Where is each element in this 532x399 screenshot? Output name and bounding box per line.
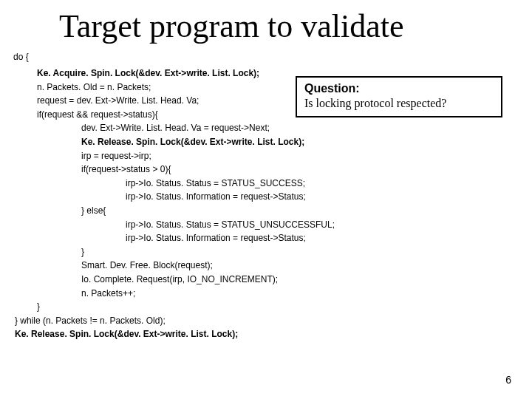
code-block: Ke. Acquire. Spin. Lock(&dev. Ext->write…	[37, 66, 335, 341]
code-line: if(request->status > 0){	[37, 163, 335, 177]
code-line: } while (n. Packets != n. Packets. Old);	[15, 314, 335, 328]
code-line: Ke. Acquire. Spin. Lock(&dev. Ext->write…	[37, 66, 335, 81]
code-line: n. Packets. Old = n. Packets;	[37, 81, 335, 95]
code-line: } else{	[37, 204, 335, 218]
code-line: }	[37, 245, 335, 259]
code-line: request = dev. Ext->Write. List. Head. V…	[37, 94, 335, 108]
page-number: 6	[505, 374, 511, 386]
code-line: n. Packets++;	[37, 287, 335, 301]
question-box: Question: Is locking protocol respected?	[296, 76, 502, 117]
code-line: Ke. Release. Spin. Lock(&dev. Ext->write…	[15, 327, 335, 341]
code-line: }	[37, 300, 335, 314]
code-line: Io. Complete. Request(irp, IO_NO_INCREME…	[37, 273, 335, 287]
code-line: if(request && request->status){	[37, 108, 335, 122]
code-line: Ke. Release. Spin. Lock(&dev. Ext->write…	[37, 135, 335, 149]
code-line: dev. Ext->Write. List. Head. Va = reques…	[37, 121, 335, 135]
slide-title: Target program to validate	[59, 7, 517, 45]
code-line: irp->Io. Status. Information = request->…	[37, 190, 335, 204]
question-body: Is locking protocol respected?	[304, 97, 494, 110]
code-line: irp->Io. Status. Information = request->…	[37, 231, 335, 245]
code-line: irp = request->irp;	[37, 149, 335, 163]
code-line: irp->Io. Status. Status = STATUS_UNSUCCE…	[37, 218, 335, 232]
code-do-label: do {	[13, 52, 29, 62]
code-line: irp->Io. Status. Status = STATUS_SUCCESS…	[37, 177, 335, 191]
question-title: Question:	[304, 82, 494, 95]
code-line: Smart. Dev. Free. Block(request);	[37, 259, 335, 273]
